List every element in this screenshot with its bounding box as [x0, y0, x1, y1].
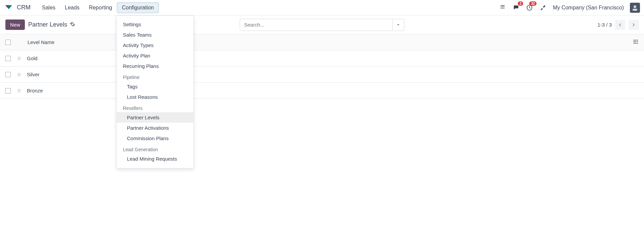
- svg-point-23: [18, 74, 18, 75]
- tools-icon[interactable]: [539, 4, 547, 11]
- pager-text[interactable]: 1-3 / 3: [597, 22, 612, 28]
- configuration-dropdown: Settings Sales Teams Activity Types Acti…: [117, 15, 194, 99]
- menu-tags[interactable]: Tags: [117, 81, 193, 92]
- search-input[interactable]: [240, 19, 392, 31]
- menu-sales-teams[interactable]: Sales Teams: [117, 30, 193, 40]
- phone-icon[interactable]: [499, 4, 506, 11]
- svg-rect-4: [502, 6, 503, 7]
- user-avatar[interactable]: [630, 3, 640, 13]
- svg-point-24: [19, 74, 20, 75]
- svg-rect-5: [504, 6, 505, 7]
- column-level-name[interactable]: Level Name: [28, 39, 54, 45]
- company-selector[interactable]: My Company (San Francisco): [553, 5, 624, 11]
- activities-badge: 32: [529, 1, 537, 6]
- table-row[interactable]: Bronze: [0, 83, 644, 99]
- row-checkbox[interactable]: [5, 56, 11, 61]
- table-row[interactable]: Silver: [0, 67, 644, 83]
- svg-point-19: [18, 59, 18, 60]
- svg-rect-7: [502, 8, 503, 9]
- control-panel: New Partner Levels 1-3 / 3: [0, 15, 644, 34]
- svg-point-18: [19, 58, 20, 58]
- pager: 1-3 / 3: [597, 20, 639, 30]
- search-wrap: [240, 19, 404, 31]
- table-row[interactable]: Gold: [0, 50, 644, 67]
- svg-point-13: [637, 40, 638, 41]
- pager-prev[interactable]: [615, 20, 625, 30]
- app-name[interactable]: CRM: [17, 4, 31, 11]
- pager-next[interactable]: [629, 20, 639, 30]
- svg-rect-6: [501, 8, 502, 9]
- svg-point-17: [18, 58, 18, 58]
- topbar: CRM Sales Leads Reporting Configuration …: [0, 0, 644, 15]
- svg-point-32: [19, 91, 20, 92]
- app-logo[interactable]: [4, 3, 13, 12]
- select-all-checkbox[interactable]: [5, 40, 11, 45]
- svg-point-11: [634, 5, 636, 8]
- table-header-row: Level Name: [0, 34, 644, 50]
- messages-badge: 2: [518, 1, 523, 6]
- cell-level-name: Bronze: [27, 88, 43, 93]
- row-checkbox[interactable]: [5, 72, 11, 77]
- breadcrumb: Partner Levels: [28, 21, 67, 28]
- drag-handle-icon[interactable]: [17, 56, 22, 61]
- menu-recurring-plans[interactable]: Recurring Plans: [117, 61, 193, 71]
- menu-settings[interactable]: Settings: [117, 19, 193, 30]
- drag-handle-icon[interactable]: [17, 88, 22, 93]
- svg-rect-12: [633, 9, 637, 11]
- svg-point-31: [18, 91, 18, 92]
- svg-point-29: [18, 90, 18, 91]
- nav-leads[interactable]: Leads: [60, 3, 84, 13]
- svg-point-30: [19, 90, 20, 91]
- activities-icon[interactable]: 32: [526, 4, 533, 11]
- svg-point-20: [19, 59, 20, 60]
- svg-rect-8: [504, 8, 505, 9]
- svg-rect-3: [501, 6, 502, 7]
- svg-point-16: [19, 57, 20, 57]
- cell-level-name: Gold: [27, 55, 38, 61]
- menu-activity-plan[interactable]: Activity Plan: [117, 50, 193, 61]
- svg-point-26: [19, 75, 20, 76]
- svg-point-27: [18, 89, 18, 90]
- svg-point-21: [18, 73, 18, 74]
- row-checkbox[interactable]: [5, 88, 11, 93]
- menu-activity-types[interactable]: Activity Types: [117, 40, 193, 50]
- drag-handle-icon[interactable]: [17, 72, 22, 77]
- cell-level-name: Silver: [27, 72, 40, 77]
- search-dropdown-toggle[interactable]: [392, 19, 404, 31]
- svg-point-25: [18, 75, 18, 76]
- nav-reporting[interactable]: Reporting: [84, 3, 117, 13]
- optional-columns-icon[interactable]: [633, 39, 639, 46]
- messages-icon[interactable]: 2: [512, 4, 520, 11]
- svg-point-15: [18, 57, 18, 57]
- new-button[interactable]: New: [5, 19, 25, 30]
- svg-point-14: [637, 43, 638, 44]
- menu-lost-reasons[interactable]: Lost Reasons: [117, 92, 193, 99]
- gear-icon[interactable]: [70, 22, 75, 28]
- nav-sales[interactable]: Sales: [37, 3, 60, 13]
- menu-header-pipeline: Pipeline: [117, 71, 193, 81]
- svg-point-28: [19, 89, 20, 90]
- nav-configuration[interactable]: Configuration: [117, 2, 159, 13]
- svg-point-22: [19, 73, 20, 74]
